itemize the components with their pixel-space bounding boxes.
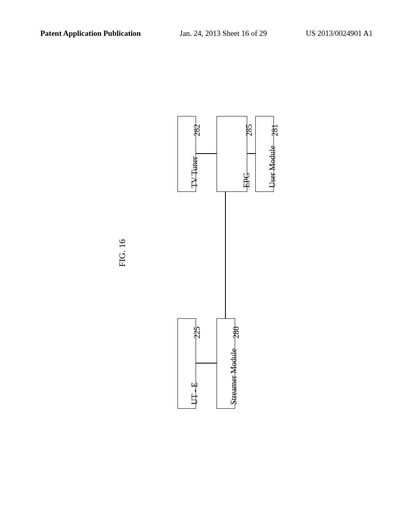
epg-number: 285 (244, 124, 254, 136)
tv-tuner-text: TV Tuner (190, 156, 199, 188)
connector-user-to-epg (247, 153, 255, 154)
connector-streamer-to-ute (196, 363, 217, 364)
ute-number: 225 (192, 326, 202, 339)
ute-text: UT - E (190, 382, 199, 405)
epg-text: EPG (242, 172, 251, 188)
connector-epg-to-streamer (225, 192, 226, 318)
streamer-text: Streamer Module (229, 349, 238, 405)
figure-caption: FIG. 16 (117, 239, 127, 267)
user-module-number: 281 (270, 124, 280, 136)
streamer-number: 280 (232, 326, 241, 339)
connector-epg-to-tvtuner (196, 153, 217, 154)
tv-tuner-number: 282 (192, 124, 202, 136)
figure-16: FIG. 16 User Module 281 EPG 285 TV Tuner… (0, 0, 413, 532)
user-module-text: User Module (268, 145, 277, 188)
